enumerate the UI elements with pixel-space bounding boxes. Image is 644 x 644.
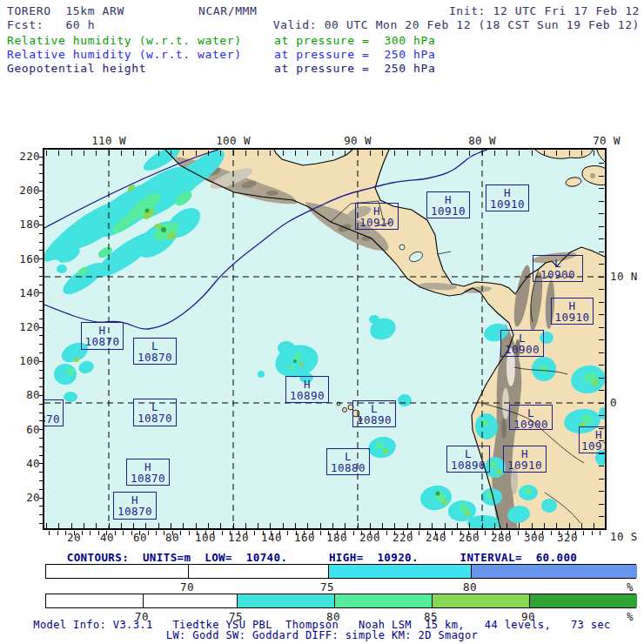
colorbar-segment [529,594,637,607]
axis-label-grid-x: 320 [557,532,578,543]
axis-label-grid-y: 140 [19,287,40,299]
axis-label-grid-x: 80 [165,532,179,543]
axis-label-grid-y: 200 [19,184,40,196]
colorbar-segment [46,594,143,607]
extrema-box-l-10890: L10890 [446,446,490,473]
colorbar-divider [529,594,530,607]
field-3-name: Geopotential height [7,63,146,75]
axis-label-grid-y: 220 [19,151,40,162]
axis-label-latitude: 0 [610,397,617,408]
axis-label-grid-x: 100 [195,532,216,543]
colorbar-label: 80 [463,580,477,594]
extrema-box-h-10910: H10910 [579,426,607,453]
axis-label-longitude: 110 W [91,135,126,146]
extrema-box-l-10900: L10900 [509,405,553,430]
axis-label-grid-x: 60 [133,532,147,543]
model-info-line2: LW: Godd SW: Goddard DIFF: simple KM: 2D… [166,630,478,641]
extrema-box-l-10870: L10870 [133,338,177,365]
colorbar-divider [334,594,335,607]
axis-label-grid-y: 20 [26,492,40,503]
field-2-name: Relative humidity (w.r.t. water) [7,49,242,61]
map-panel: H10910H10910H10910H10870L10870L10870L108… [43,148,607,530]
axis-label-grid-x: 220 [392,532,413,543]
contour-info: CONTOURS: UNITS=m LOW= 10740. HIGH= 1092… [67,551,578,564]
colorbar-divider [432,594,433,607]
axis-label-latitude: 10 N [610,271,638,282]
colorbar-divider [328,565,329,578]
axis-label-grid-y: 120 [19,321,40,332]
colorbar-segment [328,565,471,578]
field-1-name: Relative humidity (w.r.t. water) [7,35,242,47]
axis-label-longitude: 70 W [593,135,621,146]
axis-label-grid-y: 80 [26,389,40,400]
colorbar-label: % [627,610,634,623]
axis-label-grid-y: 180 [19,218,40,230]
axis-label-grid-x: 280 [491,532,512,543]
colorbar-divider [143,594,144,607]
extrema-box-l-10870: L10870 [133,399,177,426]
extrema-box-h-10910: H10910 [426,191,470,218]
colorbar-segment [432,594,529,607]
colorbar-segment [188,565,328,578]
valid-time: Valid: 00 UTC Mon 20 Feb 12 (18 CST Sun … [273,19,640,31]
colorbar-segment [471,565,637,578]
extrema-box-l-10880: L10880 [326,448,370,475]
extrema-box-h-10910: H10910 [503,446,547,473]
extrema-box-h-10910: H10910 [355,203,399,230]
extrema-box-h-10910: H10910 [486,184,529,211]
extrema-box-h-10870: H10870 [81,322,124,350]
forecast-hour: Fcst: 60 h [7,19,95,31]
extrema-box-h-10890: H10890 [285,376,329,403]
colorbar-label: 70 [135,610,149,623]
colorbar-divider [237,594,238,607]
axis-label-grid-x: 40 [100,532,114,543]
axis-label-grid-x: 300 [524,532,545,543]
colorbar-divider [471,565,472,578]
weather-model-plot: TORERO 15km ARW NCAR/MMM Init: 12 UTC Fr… [0,0,644,644]
axis-label-grid-x: 120 [228,532,249,543]
colorbar-label: % [627,580,634,594]
axis-label-grid-y: 40 [26,458,40,469]
axis-label-grid-x: 260 [459,532,480,543]
axis-label-grid-x: 140 [261,532,282,543]
extrema-box-l-10890: L10890 [352,400,396,427]
colorbar-label: 80 [326,610,340,623]
colorbar-label: 85 [424,610,438,623]
axis-label-grid-x: 200 [359,532,380,543]
axis-label-longitude: 80 W [468,135,496,146]
colorbar-rh250 [45,564,636,579]
axis-label-longitude: 100 W [216,135,251,146]
axis-label-grid-x: 240 [426,532,446,543]
axis-label-grid-y: 160 [19,253,40,265]
extrema-box-h-10870: H10870 [126,459,170,486]
axis-label-latitude: 10 S [610,531,638,542]
field-1-level: at pressure = 300 hPa [274,35,435,47]
field-2-level: at pressure = 250 hPa [274,49,435,61]
colorbar-segment [334,594,432,607]
axis-label-grid-y: 100 [19,355,40,366]
colorbar-segment [143,594,237,607]
extrema-box-l-10900: L10900 [500,330,544,357]
colorbar-label: 70 [180,580,194,594]
model-title: TORERO 15km ARW [7,5,124,17]
colorbar-label: 90 [521,610,535,623]
axis-label-longitude: 90 W [344,135,372,146]
axis-label-grid-x: 20 [67,532,81,543]
colorbar-label: 75 [229,610,243,623]
field-3-level: at pressure = 250 hPa [274,63,435,75]
colorbar-divider [188,565,189,578]
org-label: NCAR/MMM [198,5,257,17]
axis-label-grid-x: 180 [326,532,347,543]
axis-label-grid-y: 60 [26,424,40,435]
extrema-box-h-10910: H10910 [551,298,594,325]
extrema-box-l-10900: L10900 [533,255,583,282]
colorbar-rh300 [45,594,636,608]
colorbar-label: 75 [320,580,334,594]
colorbar-segment [237,594,334,607]
extrema-box-h-10870: H10870 [113,492,157,520]
colorbar-segment [46,565,188,578]
extrema-box-l-10870: L10870 [43,399,64,426]
init-time: Init: 12 UTC Fri 17 Feb 12 [449,5,640,17]
axis-label-grid-x: 160 [294,532,315,543]
